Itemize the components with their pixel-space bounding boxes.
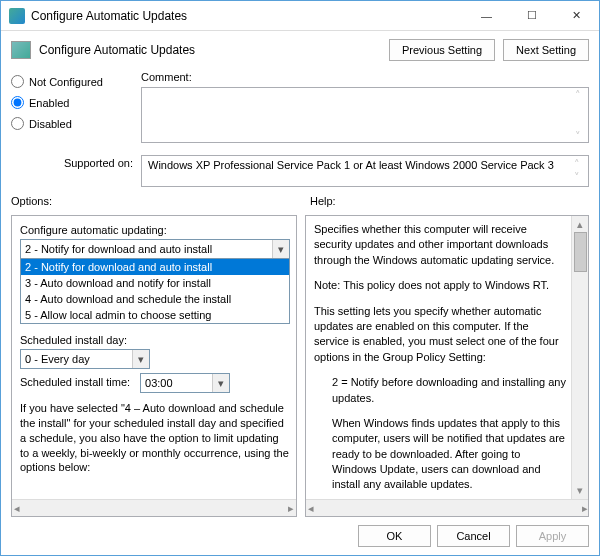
- options-pane: Configure automatic updating: 2 - Notify…: [11, 215, 297, 517]
- app-icon: [9, 8, 25, 24]
- close-button[interactable]: ✕: [554, 1, 599, 31]
- footer-buttons: OK Cancel Apply: [1, 517, 599, 555]
- supported-value: Windows XP Professional Service Pack 1 o…: [148, 159, 554, 171]
- options-label: Options:: [11, 195, 290, 207]
- config-row: Not Configured Enabled Disabled Comment:…: [1, 69, 599, 153]
- next-setting-button[interactable]: Next Setting: [503, 39, 589, 61]
- ok-button[interactable]: OK: [358, 525, 431, 547]
- main-panes: Configure automatic updating: 2 - Notify…: [1, 215, 599, 517]
- supported-label: Supported on:: [11, 155, 141, 169]
- scheduled-time-combo[interactable]: 03:00 ▾: [140, 373, 230, 393]
- pane-labels: Options: Help:: [1, 195, 599, 215]
- policy-editor-window: Configure Automatic Updates — ☐ ✕ Config…: [0, 0, 600, 556]
- supported-scrollbar[interactable]: ˄˅: [574, 158, 586, 184]
- cancel-button[interactable]: Cancel: [437, 525, 510, 547]
- apply-button[interactable]: Apply: [516, 525, 589, 547]
- scheduled-time-value: 03:00: [145, 377, 173, 389]
- minimize-button[interactable]: —: [464, 1, 509, 31]
- dropdown-option[interactable]: 4 - Auto download and schedule the insta…: [21, 291, 289, 307]
- configure-updating-combo[interactable]: 2 - Notify for download and auto install…: [20, 239, 290, 259]
- help-label: Help:: [310, 195, 589, 207]
- maximize-button[interactable]: ☐: [509, 1, 554, 31]
- policy-icon: [11, 41, 31, 59]
- header-row: Configure Automatic Updates Previous Set…: [1, 31, 599, 69]
- scheduled-day-combo[interactable]: 0 - Every day ▾: [20, 349, 150, 369]
- radio-enabled[interactable]: Enabled: [11, 96, 141, 109]
- scheduled-day-label: Scheduled install day:: [20, 334, 290, 346]
- dropdown-option[interactable]: 2 - Notify for download and auto install: [21, 259, 289, 275]
- window-title: Configure Automatic Updates: [31, 9, 464, 23]
- help-h-scrollbar[interactable]: ◂▸: [306, 499, 589, 516]
- scheduled-time-label: Scheduled install time:: [20, 376, 130, 388]
- state-radio-group: Not Configured Enabled Disabled: [11, 71, 141, 145]
- help-text: Specifies whether this computer will rec…: [314, 222, 584, 499]
- supported-box: Windows XP Professional Service Pack 1 o…: [141, 155, 589, 187]
- comment-textarea[interactable]: [141, 87, 589, 143]
- comment-scrollbar[interactable]: ˄˅: [575, 89, 587, 143]
- scrollbar-thumb[interactable]: [574, 232, 587, 272]
- options-h-scrollbar[interactable]: ◂▸: [12, 499, 296, 516]
- dropdown-option[interactable]: 5 - Allow local admin to choose setting: [21, 307, 289, 323]
- supported-row: Supported on: Windows XP Professional Se…: [1, 153, 599, 195]
- dropdown-option[interactable]: 3 - Auto download and notify for install: [21, 275, 289, 291]
- titlebar: Configure Automatic Updates — ☐ ✕: [1, 1, 599, 31]
- chevron-down-icon: ▾: [212, 374, 229, 392]
- policy-title: Configure Automatic Updates: [39, 43, 381, 57]
- chevron-down-icon: ▾: [132, 350, 149, 368]
- radio-disabled[interactable]: Disabled: [11, 117, 141, 130]
- radio-not-configured[interactable]: Not Configured: [11, 75, 141, 88]
- options-paragraph: If you have selected "4 – Auto download …: [20, 401, 290, 475]
- previous-setting-button[interactable]: Previous Setting: [389, 39, 495, 61]
- configure-updating-dropdown: 2 - Notify for download and auto install…: [20, 259, 290, 324]
- help-pane: Specifies whether this computer will rec…: [305, 215, 589, 517]
- help-v-scrollbar[interactable]: ▴▾: [571, 216, 588, 499]
- configure-updating-value: 2 - Notify for download and auto install: [25, 243, 212, 255]
- configure-updating-label: Configure automatic updating:: [20, 224, 290, 236]
- chevron-down-icon: ▾: [272, 240, 289, 258]
- scheduled-day-value: 0 - Every day: [25, 353, 90, 365]
- comment-label: Comment:: [141, 71, 589, 83]
